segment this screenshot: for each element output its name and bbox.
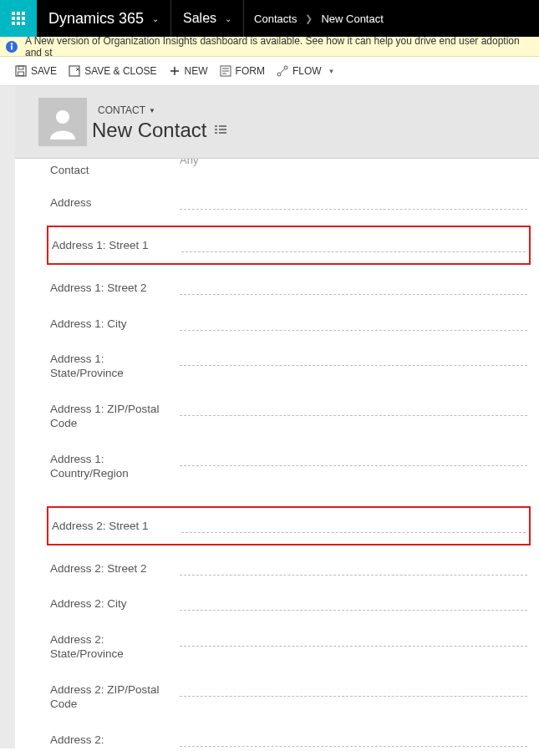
field-label: Address 2: Street 1	[52, 518, 181, 534]
new-button[interactable]: NEW	[169, 65, 208, 77]
field-input[interactable]	[181, 518, 526, 533]
record-header: CONTACT ▼ New Contact	[15, 86, 539, 159]
svg-rect-3	[16, 66, 26, 76]
form-body: Contact Any AddressAddress 1: Street 1Ad…	[15, 159, 539, 748]
save-icon	[15, 65, 27, 77]
nav-area[interactable]: Sales ⌄	[171, 0, 244, 37]
field-row: Address 2: ZIP/Postal Code	[47, 672, 531, 722]
field-input[interactable]	[180, 451, 527, 466]
save-close-button[interactable]: SAVE & CLOSE	[69, 65, 156, 77]
field-label: Address 1: City	[50, 316, 180, 332]
main-area: CONTACT ▼ New Contact Contact Any Addres…	[0, 86, 539, 748]
nav-brand[interactable]: Dynamics 365 ⌄	[37, 0, 171, 37]
brand-label: Dynamics 365	[48, 10, 144, 28]
chevron-down-icon: ⌄	[225, 14, 231, 23]
field-input[interactable]	[180, 316, 527, 331]
field-row: Address 2: Street 1	[47, 506, 531, 545]
form-icon	[220, 65, 231, 77]
field-label: Address 2: State/Province	[50, 632, 180, 662]
field-row: Address 1: ZIP/Postal Code	[47, 391, 531, 441]
field-input[interactable]	[180, 632, 527, 647]
field-label: Address 2: City	[50, 596, 180, 611]
chevron-down-icon: ▼	[328, 68, 335, 75]
field-value-partial: Any	[180, 159, 198, 166]
field-row: Address 2: Street 2	[47, 551, 531, 586]
breadcrumb-item[interactable]: New Contact	[321, 13, 383, 25]
form-label: FORM	[236, 65, 265, 77]
chevron-down-icon: ⌄	[152, 14, 159, 23]
content-area: CONTACT ▼ New Contact Contact Any Addres…	[15, 86, 539, 748]
flow-label: FLOW	[292, 65, 322, 77]
save-close-icon	[69, 65, 80, 77]
notification-text: A New version of Organization Insights d…	[25, 35, 534, 58]
person-icon	[45, 104, 80, 140]
save-close-label: SAVE & CLOSE	[84, 65, 156, 77]
svg-rect-6	[69, 66, 79, 76]
avatar[interactable]	[38, 98, 87, 146]
left-rail	[0, 86, 15, 748]
field-row: Address 1: Country/Region	[47, 441, 531, 491]
field-label: Address	[50, 195, 180, 211]
plus-icon	[169, 65, 181, 77]
entity-selector[interactable]: CONTACT ▼	[92, 102, 161, 119]
info-icon	[5, 40, 18, 53]
field-label: Address 2: Country/Region	[50, 732, 180, 748]
command-bar: SAVE SAVE & CLOSE NEW FORM FLOW ▼	[0, 57, 539, 86]
field-label: Address 1: Street 1	[52, 237, 181, 253]
area-label: Sales	[183, 11, 216, 26]
save-button[interactable]: SAVE	[15, 65, 57, 77]
svg-point-1	[11, 43, 13, 44]
field-input[interactable]	[180, 195, 527, 210]
field-row: Address 1: Street 1	[47, 226, 531, 265]
field-label: Address 1: ZIP/Postal Code	[50, 401, 180, 431]
svg-rect-2	[11, 45, 13, 49]
field-row: Address 1: Street 2	[47, 270, 531, 306]
list-icon[interactable]	[215, 124, 226, 137]
chevron-right-icon: ❯	[305, 13, 313, 24]
field-input[interactable]	[180, 401, 527, 416]
svg-point-17	[56, 110, 69, 124]
field-input[interactable]	[181, 237, 526, 252]
field-row: Address	[47, 185, 531, 221]
notification-bar[interactable]: A New version of Organization Insights d…	[0, 37, 539, 57]
breadcrumb: Contacts ❯ New Contact	[244, 0, 394, 37]
entity-label: CONTACT	[98, 104, 145, 116]
svg-rect-5	[18, 72, 24, 76]
field-row: Address 2: City	[47, 586, 531, 622]
field-label: Address 1: Street 2	[50, 280, 180, 296]
flow-button[interactable]: FLOW ▼	[277, 65, 335, 77]
field-label: Address 1: State/Province	[50, 351, 180, 381]
breadcrumb-item[interactable]: Contacts	[254, 13, 297, 25]
field-input[interactable]	[180, 561, 527, 576]
field-input[interactable]	[180, 732, 527, 747]
form-button[interactable]: FORM	[220, 65, 265, 77]
field-input[interactable]	[180, 280, 527, 295]
field-label: Address 2: ZIP/Postal Code	[50, 682, 180, 712]
field-row: Address 1: State/Province	[47, 341, 531, 391]
field-input[interactable]	[180, 596, 527, 611]
svg-point-15	[277, 73, 281, 76]
record-title: New Contact	[92, 119, 206, 142]
field-row: Address 1: City	[47, 306, 531, 342]
new-label: NEW	[185, 65, 208, 77]
field-label: Address 2: Street 2	[50, 561, 180, 576]
top-navigation: Dynamics 365 ⌄ Sales ⌄ Contacts ❯ New Co…	[0, 0, 539, 37]
field-row: Address 2: State/Province	[47, 622, 531, 672]
field-label: Address 1: Country/Region	[50, 451, 180, 481]
field-row: Contact Any	[47, 159, 531, 185]
field-input[interactable]	[180, 682, 527, 697]
app-launcher-icon[interactable]	[0, 0, 37, 37]
svg-point-16	[284, 66, 287, 69]
flow-icon	[277, 65, 288, 77]
chevron-down-icon: ▼	[149, 107, 155, 114]
field-label: Contact	[50, 162, 180, 178]
save-label: SAVE	[31, 65, 57, 77]
field-input[interactable]	[180, 351, 527, 366]
field-row: Address 2: Country/Region	[47, 722, 531, 748]
